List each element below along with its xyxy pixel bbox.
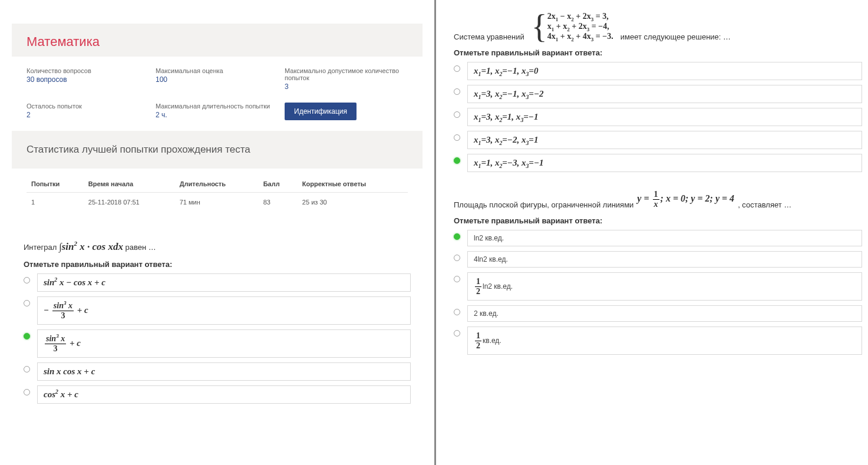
- info-attempts-left: Осталось попыток 2: [27, 103, 150, 120]
- q1-option-2[interactable]: − sin3 x3 + c: [24, 296, 411, 325]
- test-header-card: Математика Количество вопросов 30 вопрос…: [12, 24, 423, 226]
- radio-icon[interactable]: [24, 277, 30, 283]
- radio-icon[interactable]: [454, 233, 460, 240]
- radio-icon[interactable]: [454, 134, 460, 141]
- q1-stem: Интеграл ∫sin2 x · cos xdx равен …: [24, 241, 411, 253]
- info-max-attempts: Максимально допустимое количество попыто…: [285, 67, 408, 91]
- left-column: Математика Количество вопросов 30 вопрос…: [0, 0, 436, 465]
- stats-title: Статистика лучшей попытки прохождения те…: [12, 131, 423, 169]
- q2-option-3[interactable]: x1=3, x2=1, x3=−1: [454, 108, 862, 126]
- q3-instruction: Отметьте правильный вариант ответа:: [454, 216, 862, 225]
- radio-icon[interactable]: [24, 333, 30, 339]
- q2-option-5[interactable]: x1=1, x2=−3, x3=−1: [454, 154, 862, 172]
- q3-option-1[interactable]: ln2 кв.ед.: [454, 230, 862, 246]
- test-info-grid: Количество вопросов 30 вопросов Максимал…: [12, 57, 423, 131]
- th-correct: Корректные ответы: [298, 174, 408, 193]
- test-title: Математика: [12, 24, 423, 57]
- radio-icon[interactable]: [454, 255, 460, 261]
- q1-options: sin2 x − cos x + c − sin3 x3 + c sin3 x3…: [24, 273, 411, 404]
- q2-instruction: Отметьте правильный вариант ответа:: [454, 48, 862, 57]
- q3-option-4[interactable]: 2 кв.ед.: [454, 305, 862, 322]
- question-1: Интеграл ∫sin2 x · cos xdx равен … Отмет…: [24, 241, 411, 404]
- q1-instruction: Отметьте правильный вариант ответа:: [24, 260, 411, 269]
- q2-stem: Система уравнений { 2x1 − x2 + 2x3 = 3, …: [454, 12, 862, 41]
- radio-icon[interactable]: [454, 111, 460, 118]
- radio-icon[interactable]: [454, 309, 460, 315]
- q3-options: ln2 кв.ед. 4ln2 кв.ед. 12 ln2 кв.ед. 2 к…: [454, 230, 862, 355]
- info-max-duration: Максимальная длительность попытки 2 ч.: [156, 103, 279, 120]
- radio-icon[interactable]: [454, 330, 460, 337]
- q1-integral-expr: ∫sin2 x · cos xdx: [59, 241, 123, 252]
- stats-table: Попытки Время начала Длительность Балл К…: [27, 174, 408, 212]
- info-max-grade: Максимальная оценка 100: [156, 67, 279, 91]
- radio-icon[interactable]: [24, 389, 30, 395]
- radio-icon[interactable]: [454, 157, 460, 164]
- question-3: Площадь плоской фигуры, ограниченной лин…: [454, 190, 862, 355]
- identification-button[interactable]: Идентификация: [285, 103, 357, 120]
- q1-option-5[interactable]: cos2 x + c: [24, 385, 411, 404]
- th-attempts: Попытки: [27, 174, 84, 193]
- stats-table-wrap: Попытки Время начала Длительность Балл К…: [12, 169, 423, 226]
- radio-icon[interactable]: [454, 88, 460, 95]
- table-header-row: Попытки Время начала Длительность Балл К…: [27, 174, 408, 193]
- info-button-cell: Идентификация: [285, 103, 408, 120]
- table-row: 1 25-11-2018 07:51 71 мин 83 25 из 30: [27, 193, 408, 212]
- q2-system-expr: { 2x1 − x2 + 2x3 = 3, x1 + x2 + 2x3 = −4…: [532, 12, 613, 41]
- q2-options: x1=1, x2=−1, x3=0 x1=3, x2=−1, x3=−2 x1=…: [454, 62, 862, 172]
- q1-option-3[interactable]: sin3 x3 + c: [24, 329, 411, 358]
- q2-option-2[interactable]: x1=3, x2=−1, x3=−2: [454, 85, 862, 103]
- th-start: Время начала: [84, 174, 175, 193]
- th-score: Балл: [259, 174, 298, 193]
- th-duration: Длительность: [175, 174, 259, 193]
- radio-icon[interactable]: [454, 276, 460, 282]
- q3-lines-expr: y = 1x; x = 0; y = 2; y = 4: [637, 190, 734, 209]
- right-column: Система уравнений { 2x1 − x2 + 2x3 = 3, …: [436, 0, 868, 465]
- q1-option-1[interactable]: sin2 x − cos x + c: [24, 273, 411, 292]
- info-question-count: Количество вопросов 30 вопросов: [27, 67, 150, 91]
- q2-option-4[interactable]: x1=3, x2=−2, x3=1: [454, 131, 862, 149]
- radio-icon[interactable]: [454, 65, 460, 72]
- question-2: Система уравнений { 2x1 − x2 + 2x3 = 3, …: [454, 12, 862, 172]
- q3-option-5[interactable]: 12 кв.ед.: [454, 327, 862, 355]
- q2-option-1[interactable]: x1=1, x2=−1, x3=0: [454, 62, 862, 80]
- radio-icon[interactable]: [24, 366, 30, 372]
- q1-option-4[interactable]: sin x cos x + c: [24, 362, 411, 381]
- q3-stem: Площадь плоской фигуры, ограниченной лин…: [454, 190, 862, 209]
- radio-icon[interactable]: [24, 300, 30, 306]
- q3-option-2[interactable]: 4ln2 кв.ед.: [454, 251, 862, 268]
- q3-option-3[interactable]: 12 ln2 кв.ед.: [454, 272, 862, 301]
